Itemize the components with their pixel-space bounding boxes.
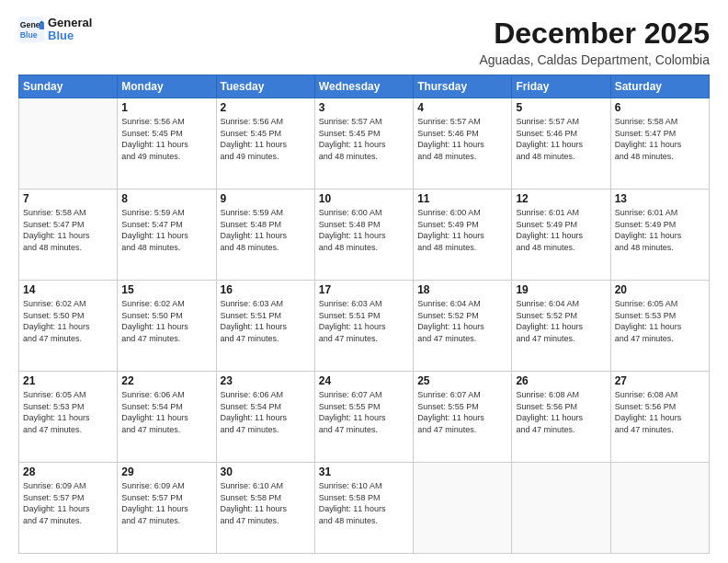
day-number: 4: [417, 101, 507, 114]
header: General Blue General Blue December 2025 …: [18, 17, 710, 67]
header-day-thursday: Thursday: [414, 75, 512, 98]
calendar-cell: 2Sunrise: 5:56 AM Sunset: 5:45 PM Daylig…: [216, 98, 314, 190]
day-info: Sunrise: 6:03 AM Sunset: 5:51 PM Dayligh…: [221, 298, 311, 344]
day-number: 12: [516, 192, 606, 205]
week-row-4: 21Sunrise: 6:05 AM Sunset: 5:53 PM Dayli…: [19, 372, 710, 463]
day-number: 21: [23, 374, 113, 387]
day-number: 14: [23, 283, 113, 296]
day-number: 20: [615, 283, 705, 296]
calendar-cell: 14Sunrise: 6:02 AM Sunset: 5:50 PM Dayli…: [19, 281, 118, 372]
calendar-cell: 15Sunrise: 6:02 AM Sunset: 5:50 PM Dayli…: [118, 281, 216, 372]
day-info: Sunrise: 6:07 AM Sunset: 5:55 PM Dayligh…: [417, 389, 507, 435]
day-info: Sunrise: 6:06 AM Sunset: 5:54 PM Dayligh…: [221, 389, 311, 435]
day-info: Sunrise: 6:08 AM Sunset: 5:56 PM Dayligh…: [516, 389, 606, 435]
page: General Blue General Blue December 2025 …: [0, 0, 728, 563]
calendar-cell: 11Sunrise: 6:00 AM Sunset: 5:49 PM Dayli…: [414, 190, 512, 281]
week-row-5: 28Sunrise: 6:09 AM Sunset: 5:57 PM Dayli…: [19, 463, 710, 554]
calendar-cell: 3Sunrise: 5:57 AM Sunset: 5:45 PM Daylig…: [314, 98, 413, 190]
day-number: 17: [319, 283, 409, 296]
calendar-cell: 5Sunrise: 5:57 AM Sunset: 5:46 PM Daylig…: [512, 98, 610, 190]
day-info: Sunrise: 5:57 AM Sunset: 5:46 PM Dayligh…: [417, 116, 507, 162]
day-info: Sunrise: 6:02 AM Sunset: 5:50 PM Dayligh…: [121, 298, 211, 344]
day-info: Sunrise: 6:04 AM Sunset: 5:52 PM Dayligh…: [516, 298, 606, 344]
calendar-cell: [610, 463, 709, 554]
svg-marker-3: [40, 23, 44, 29]
day-info: Sunrise: 6:10 AM Sunset: 5:58 PM Dayligh…: [221, 480, 311, 526]
header-day-sunday: Sunday: [19, 75, 118, 98]
day-info: Sunrise: 6:01 AM Sunset: 5:49 PM Dayligh…: [615, 207, 705, 253]
header-day-tuesday: Tuesday: [216, 75, 314, 98]
day-info: Sunrise: 6:03 AM Sunset: 5:51 PM Dayligh…: [319, 298, 409, 344]
day-number: 26: [516, 374, 606, 387]
logo-line1: General: [48, 17, 92, 29]
day-info: Sunrise: 5:56 AM Sunset: 5:45 PM Dayligh…: [221, 116, 311, 162]
day-number: 18: [417, 283, 507, 296]
calendar-cell: 21Sunrise: 6:05 AM Sunset: 5:53 PM Dayli…: [19, 372, 118, 463]
title-block: December 2025 Aguadas, Caldas Department…: [479, 17, 710, 67]
calendar-cell: 23Sunrise: 6:06 AM Sunset: 5:54 PM Dayli…: [216, 372, 314, 463]
day-info: Sunrise: 6:00 AM Sunset: 5:48 PM Dayligh…: [319, 207, 409, 253]
logo-line2: Blue: [48, 29, 92, 42]
day-number: 11: [417, 192, 507, 205]
calendar-cell: 16Sunrise: 6:03 AM Sunset: 5:51 PM Dayli…: [216, 281, 314, 372]
day-number: 19: [516, 283, 606, 296]
day-number: 1: [121, 101, 211, 114]
day-number: 31: [319, 465, 409, 478]
day-info: Sunrise: 6:00 AM Sunset: 5:49 PM Dayligh…: [417, 207, 507, 253]
day-number: 5: [516, 101, 606, 114]
day-info: Sunrise: 6:06 AM Sunset: 5:54 PM Dayligh…: [121, 389, 211, 435]
header-day-friday: Friday: [512, 75, 610, 98]
day-number: 2: [221, 101, 311, 114]
svg-text:Blue: Blue: [20, 30, 38, 40]
subtitle: Aguadas, Caldas Department, Colombia: [479, 52, 710, 67]
day-number: 30: [221, 465, 311, 478]
calendar-cell: 10Sunrise: 6:00 AM Sunset: 5:48 PM Dayli…: [314, 190, 413, 281]
calendar-cell: 30Sunrise: 6:10 AM Sunset: 5:58 PM Dayli…: [216, 463, 314, 554]
calendar-cell: 13Sunrise: 6:01 AM Sunset: 5:49 PM Dayli…: [610, 190, 709, 281]
day-number: 3: [319, 101, 409, 114]
day-number: 13: [615, 192, 705, 205]
day-number: 9: [221, 192, 311, 205]
day-info: Sunrise: 6:09 AM Sunset: 5:57 PM Dayligh…: [23, 480, 113, 526]
calendar-cell: [512, 463, 610, 554]
day-number: 8: [121, 192, 211, 205]
day-number: 7: [23, 192, 113, 205]
day-number: 25: [417, 374, 507, 387]
calendar-cell: 17Sunrise: 6:03 AM Sunset: 5:51 PM Dayli…: [314, 281, 413, 372]
calendar-cell: 28Sunrise: 6:09 AM Sunset: 5:57 PM Dayli…: [19, 463, 118, 554]
day-number: 27: [615, 374, 705, 387]
week-row-1: 1Sunrise: 5:56 AM Sunset: 5:45 PM Daylig…: [19, 98, 710, 190]
calendar-cell: 29Sunrise: 6:09 AM Sunset: 5:57 PM Dayli…: [118, 463, 216, 554]
day-number: 15: [121, 283, 211, 296]
header-day-saturday: Saturday: [610, 75, 709, 98]
day-info: Sunrise: 6:01 AM Sunset: 5:49 PM Dayligh…: [516, 207, 606, 253]
day-info: Sunrise: 6:07 AM Sunset: 5:55 PM Dayligh…: [319, 389, 409, 435]
day-info: Sunrise: 5:59 AM Sunset: 5:48 PM Dayligh…: [221, 207, 311, 253]
day-info: Sunrise: 5:56 AM Sunset: 5:45 PM Dayligh…: [121, 116, 211, 162]
calendar-cell: 18Sunrise: 6:04 AM Sunset: 5:52 PM Dayli…: [414, 281, 512, 372]
day-info: Sunrise: 5:57 AM Sunset: 5:45 PM Dayligh…: [319, 116, 409, 162]
header-day-monday: Monday: [118, 75, 216, 98]
day-info: Sunrise: 6:10 AM Sunset: 5:58 PM Dayligh…: [319, 480, 409, 526]
day-number: 10: [319, 192, 409, 205]
calendar-cell: 8Sunrise: 5:59 AM Sunset: 5:47 PM Daylig…: [118, 190, 216, 281]
day-number: 23: [221, 374, 311, 387]
calendar-cell: 24Sunrise: 6:07 AM Sunset: 5:55 PM Dayli…: [314, 372, 413, 463]
main-title: December 2025: [479, 17, 710, 51]
day-info: Sunrise: 6:05 AM Sunset: 5:53 PM Dayligh…: [23, 389, 113, 435]
day-info: Sunrise: 6:02 AM Sunset: 5:50 PM Dayligh…: [23, 298, 113, 344]
header-day-wednesday: Wednesday: [314, 75, 413, 98]
calendar-cell: 12Sunrise: 6:01 AM Sunset: 5:49 PM Dayli…: [512, 190, 610, 281]
day-info: Sunrise: 5:57 AM Sunset: 5:46 PM Dayligh…: [516, 116, 606, 162]
day-number: 22: [121, 374, 211, 387]
calendar-cell: 26Sunrise: 6:08 AM Sunset: 5:56 PM Dayli…: [512, 372, 610, 463]
calendar-cell: 1Sunrise: 5:56 AM Sunset: 5:45 PM Daylig…: [118, 98, 216, 190]
calendar-table: SundayMondayTuesdayWednesdayThursdayFrid…: [18, 75, 710, 554]
calendar-cell: [414, 463, 512, 554]
day-number: 16: [221, 283, 311, 296]
calendar-cell: 27Sunrise: 6:08 AM Sunset: 5:56 PM Dayli…: [610, 372, 709, 463]
day-number: 24: [319, 374, 409, 387]
week-row-2: 7Sunrise: 5:58 AM Sunset: 5:47 PM Daylig…: [19, 190, 710, 281]
logo: General Blue General Blue: [18, 17, 92, 43]
calendar-cell: 19Sunrise: 6:04 AM Sunset: 5:52 PM Dayli…: [512, 281, 610, 372]
